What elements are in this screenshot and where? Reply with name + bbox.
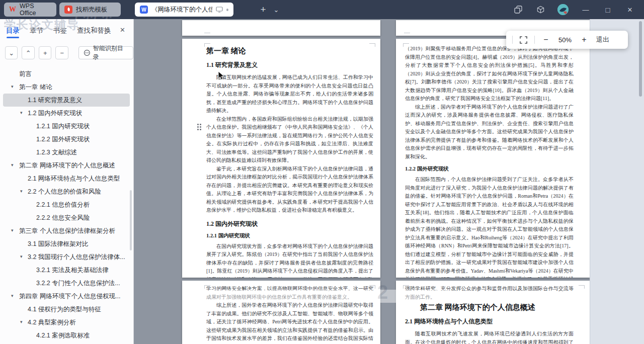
zoom-in-button[interactable]: + [580, 35, 589, 44]
toc-item[interactable]: 3.1 国际法律框架对比 [3, 237, 130, 250]
maximize-button[interactable]: □ [603, 5, 613, 15]
toc-item[interactable]: ▾第三章 个人信息保护法律框架分析 [3, 224, 130, 237]
toc-item-label: 2.1 网络环境特点与个人信息类型 [3, 175, 120, 183]
toc-item[interactable]: 2.2.1 信息价值分析 [3, 198, 130, 211]
sync-status-dot-icon [226, 9, 228, 11]
toc-item[interactable]: ▾3.2 我国现行个人信息保护法律体... [3, 250, 130, 264]
docer-logo-icon [64, 6, 72, 14]
document-page-2[interactable]: （2019）则聚焦于移动服务用户位置信息的保护，探讨了如何在网络环境下保障用户位… [396, 39, 590, 278]
close-button[interactable]: ✕ [625, 5, 635, 15]
document-page-3[interactable]: 学习的网络安全解决方案，以提高物联网环境中的信息安全水平。这一研究成果对于加强物… [182, 281, 380, 344]
wps-logo-icon: W [9, 6, 16, 14]
promote-heading-button[interactable]: + [39, 46, 51, 59]
tab-wps-home[interactable]: W WPS Office [4, 3, 56, 17]
workspace-cube-icon[interactable] [535, 5, 545, 15]
toc-item-label: 1.2.2 国外研究现状 [3, 135, 90, 144]
toc-item[interactable]: 1.2.1 国内研究现状 [3, 120, 130, 133]
doc-p: 学习的网络安全解决方案，以提高物联网环境中的信息安全水平。这一研究成果对于加强物… [206, 285, 373, 301]
doc-p: 鉴于此，本研究旨在深入剖析网络环境下的个人信息保护法律问题，通过对国内外相关法律… [206, 165, 373, 215]
toc-item[interactable]: 前言 [3, 67, 130, 80]
toc-item[interactable]: ▾2.2 个人信息的价值和风险 [3, 185, 130, 198]
toc-item[interactable]: ▾第四章 网络环境下个人信息侵权现... [3, 290, 130, 303]
toolbar-divider [534, 36, 535, 44]
navigation-pane-tabs: 目录 章节 书签 查找和替换 [6, 26, 111, 38]
vertical-scrollbar[interactable] [639, 21, 642, 97]
smart-detect-toc-button[interactable]: 智能识别目录 [78, 46, 133, 59]
document-workspace[interactable]: 第一章 绪论1.1 研究背景及意义随着互联网技术的迅猛发展，网络已成为人们日常生… [134, 19, 590, 344]
collapse-arrow-icon[interactable]: ▾ [20, 319, 23, 324]
doc-h2: 2.1 网络环境特点与个人信息类型 [405, 317, 574, 325]
new-tab-button[interactable]: + [257, 0, 270, 19]
multi-window-icon[interactable] [513, 5, 523, 15]
collapse-arrow-icon[interactable]: ▾ [11, 228, 14, 233]
toc-item[interactable]: 4.2.1 案例选取标准 [3, 329, 130, 342]
zoom-out-button[interactable]: − [541, 35, 550, 44]
doc-h1: 第二章 网络环境下的个人信息概述 [405, 302, 574, 312]
doc-p: （2019）则聚焦于移动服务用户位置信息的保护，探讨了如何在网络环境下保障用户位… [405, 45, 574, 103]
toc-item[interactable]: ▾1.2 国内外研究现状 [3, 107, 130, 120]
window-tab-bar: W WPS Office 找稻壳模板 W 《网络环境下的个人信息保护 + ⌄ [0, 0, 644, 19]
pane-close-icon[interactable]: ✕ [120, 26, 125, 34]
toc-item[interactable]: 3.2.2 专门性个人信息保护法... [3, 277, 130, 290]
tab-document-active[interactable]: W 《网络环境下的个人信息保护 [135, 3, 233, 17]
toc-item-label: 4.1 侵权行为的类型与特征 [3, 305, 101, 314]
toc-item-label: 2.2.2 信息安全风险 [3, 214, 90, 222]
demote-heading-button[interactable]: − [55, 46, 68, 59]
collapse-arrow-icon[interactable]: ▾ [11, 84, 14, 89]
toc-item-label: 3.1 国际法律框架对比 [3, 240, 89, 248]
minimize-button[interactable]: — [581, 5, 591, 15]
toc-item-label: 第二章 网络环境下的个人信息概述 [3, 161, 115, 170]
toc-list: 前言▾第一章 绪论1.1 研究背景及意义▾1.2 国内外研究现状1.2.1 国内… [0, 67, 133, 344]
toc-item[interactable]: 1.1 研究背景及意义 [3, 94, 130, 107]
toc-item[interactable]: 3.2.1 宪法及相关基础法律 [3, 264, 130, 277]
toc-item[interactable]: ▾第一章 绪论 [3, 80, 130, 94]
expand-all-button[interactable]: ⌄ [5, 46, 18, 59]
toc-item-label: 1.2.1 国内研究现状 [3, 122, 90, 131]
paragraph-drag-handle-icon[interactable] [197, 124, 201, 130]
toc-item-label: 前言 [3, 70, 32, 78]
toc-item[interactable]: 2.1 网络环境特点与个人信息类型 [3, 172, 130, 185]
toc-item-label: 第四章 网络环境下个人信息侵权现... [3, 292, 120, 301]
document-page-4[interactable]: 强跨学科研究、充分发挥公众的参与和监督作用以及加强国际合作与交流等方面的工作。第… [396, 281, 590, 344]
fit-screen-icon[interactable] [519, 36, 528, 44]
toc-item[interactable]: ▾第二章 网络环境下的个人信息概述 [3, 159, 130, 172]
device-monitor-icon [216, 7, 223, 13]
collapse-all-button[interactable]: ⌃ [22, 46, 34, 59]
toc-item[interactable]: 1.2.2 国外研究现状 [3, 133, 130, 146]
tab-document-title: 《网络环境下的个人信息保护 [151, 6, 212, 14]
exit-preview-button[interactable]: 退出 [596, 35, 609, 44]
doc-h2: 1.2 国内外研究现状 [206, 220, 373, 228]
document-page-1[interactable]: 第一章 绪论1.1 研究背景及意义随着互联网技术的迅猛发展，网络已成为人们日常生… [182, 39, 380, 278]
doc-p: 综上所述，国内学者对于网络环境下的个人信息保护法律问题进行了广泛而深入的研究，涉… [405, 103, 574, 161]
collapse-arrow-icon[interactable]: ▾ [11, 162, 14, 167]
user-avatar[interactable] [557, 4, 569, 15]
toc-item[interactable]: 1.2.3 文献综述 [3, 146, 130, 159]
wps-office-window: W WPS Office 找稻壳模板 W 《网络环境下的个人信息保护 + ⌄ [0, 0, 644, 344]
collapse-arrow-icon[interactable]: ▾ [20, 110, 23, 115]
window-controls: — □ ✕ [513, 0, 644, 19]
toc-item-label: 3.2.1 宪法及相关基础法律 [3, 266, 109, 275]
doc-p: 在国际范围内，个人信息保护法律问题受到了广泛关注。众多学者从不同角度对此进行了深… [405, 176, 574, 278]
toc-item[interactable]: 4.1 侵权行为的类型与特征 [3, 303, 130, 316]
collapse-arrow-icon[interactable]: ▾ [11, 293, 14, 298]
tab-docer-template[interactable]: 找稻壳模板 [59, 3, 121, 17]
toc-item[interactable]: ▾4.2 典型案例分析 [3, 316, 130, 329]
sidebar-scrollbar[interactable] [130, 190, 132, 250]
tab-chapters[interactable]: 章节 [30, 26, 43, 38]
tab-bookmarks[interactable]: 书签 [53, 26, 67, 38]
plus-icon: + [260, 4, 266, 15]
collapse-arrow-icon[interactable]: ▾ [20, 254, 23, 259]
tab-find-replace[interactable]: 查找和替换 [77, 26, 111, 38]
tab-toc[interactable]: 目录 [6, 26, 20, 38]
toc-item[interactable]: 2.2.2 信息安全风险 [3, 211, 130, 224]
zoom-toolbar: − 50% + 退出 [506, 31, 628, 49]
tab-list-button[interactable]: ⌄ [271, 0, 282, 19]
collapse-arrow-icon[interactable]: ▾ [20, 189, 23, 194]
writer-doc-icon: W [140, 6, 148, 14]
toc-toolbar: ⌄ ⌃ + − 智能识别目录 [5, 46, 133, 59]
doc-p: 综上所述，国外学者在网络环境下的个人信息保护法律问题研究中取得了丰富的成果。他们… [206, 301, 373, 344]
toc-item-label: 1.1 研究背景及意义 [3, 96, 82, 105]
toc-item-label: 1.2 国内外研究现状 [3, 109, 82, 118]
previous-page-left-sliver [182, 20, 380, 36]
zoom-level-value[interactable]: 50% [557, 36, 573, 44]
